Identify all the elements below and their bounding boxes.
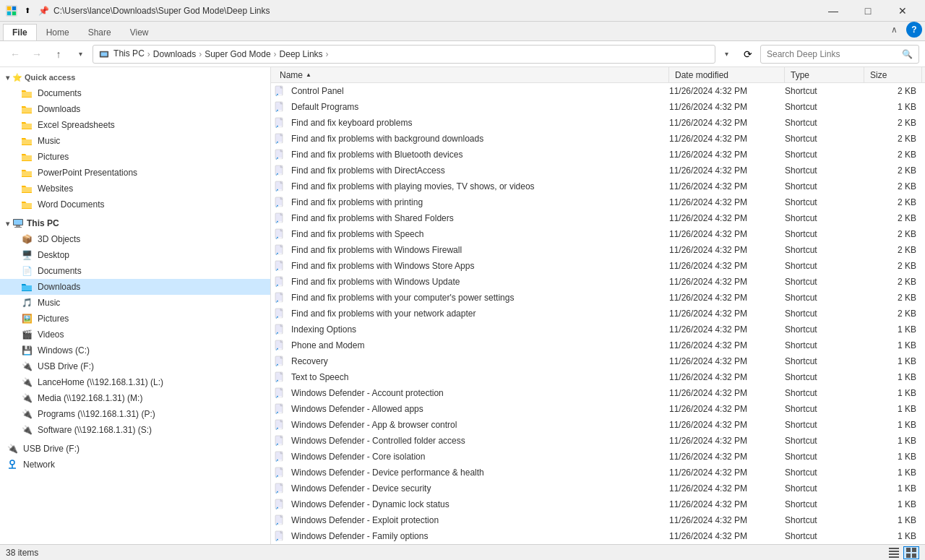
file-row[interactable]: ↗ Find and fix problems with Windows Fir… bbox=[271, 242, 925, 258]
minimize-button[interactable]: — bbox=[817, 0, 850, 22]
file-row[interactable]: ↗ Windows Defender - Family options 11/2… bbox=[271, 528, 925, 544]
sidebar-item-label: Software (\\192.168.1.31) (S:) bbox=[38, 425, 152, 435]
back-button[interactable]: ← bbox=[6, 45, 25, 64]
tab-home[interactable]: Home bbox=[37, 24, 79, 40]
view-buttons bbox=[886, 546, 919, 559]
search-input[interactable] bbox=[767, 49, 902, 59]
file-type: Shortcut bbox=[785, 229, 864, 239]
file-row[interactable]: ↗ Find and fix problems with Speech 11/2… bbox=[271, 226, 925, 242]
sidebar-item-media[interactable]: 🔌 Media (\\192.168.1.31) (M:) bbox=[0, 390, 270, 406]
folder-icon bbox=[20, 87, 33, 100]
up-button[interactable]: ↑ bbox=[49, 45, 68, 64]
sidebar-item-network[interactable]: Network bbox=[0, 457, 270, 473]
file-row[interactable]: ↗ Windows Defender - Dynamic lock status… bbox=[271, 496, 925, 512]
file-row[interactable]: ↗ Windows Defender - Core isolation 11/2… bbox=[271, 449, 925, 465]
sidebar-item-label: Media (\\192.168.1.31) (M:) bbox=[38, 393, 142, 403]
sidebar-item-powerpoint[interactable]: PowerPoint Presentations bbox=[0, 165, 270, 181]
sidebar-item-usb-drive-f2[interactable]: 🔌 USB Drive (F:) bbox=[0, 441, 270, 457]
file-row[interactable]: ↗ Find and fix problems with your comput… bbox=[271, 290, 925, 306]
close-button[interactable]: ✕ bbox=[886, 0, 919, 22]
sidebar-item-documents-thispc[interactable]: 📄 Documents bbox=[0, 263, 270, 279]
quick-access-header[interactable]: ▾ ⭐ Quick access bbox=[0, 70, 270, 85]
file-row[interactable]: ↗ Find and fix problems with Bluetooth d… bbox=[271, 147, 925, 163]
tab-share[interactable]: Share bbox=[79, 24, 121, 40]
sidebar-item-label: Documents bbox=[38, 88, 82, 98]
file-row[interactable]: ↗ Indexing Options 11/26/2024 4:32 PM Sh… bbox=[271, 322, 925, 337]
col-header-type[interactable]: Type bbox=[785, 67, 864, 82]
file-date: 11/26/2024 4:32 PM bbox=[669, 388, 785, 398]
sidebar-item-desktop[interactable]: 🖥️ Desktop bbox=[0, 247, 270, 263]
maximize-button[interactable]: □ bbox=[851, 0, 885, 22]
file-row[interactable]: ↗ Find and fix problems with printing 11… bbox=[271, 194, 925, 210]
file-icon: ↗ bbox=[274, 530, 287, 543]
svg-text:↗: ↗ bbox=[275, 331, 278, 335]
file-date: 11/26/2024 4:32 PM bbox=[669, 181, 785, 191]
file-row[interactable]: ↗ Windows Defender - Device performance … bbox=[271, 465, 925, 481]
file-row[interactable]: ↗ Default Programs 11/26/2024 4:32 PM Sh… bbox=[271, 99, 925, 115]
sidebar-item-downloads-thispc[interactable]: Downloads bbox=[0, 279, 270, 295]
file-row[interactable]: ↗ Phone and Modem 11/26/2024 4:32 PM Sho… bbox=[271, 337, 925, 353]
file-icon: ↗ bbox=[274, 85, 287, 98]
file-row[interactable]: ↗ Find and fix problems with background … bbox=[271, 131, 925, 147]
file-row[interactable]: ↗ Find and fix problems with DirectAcces… bbox=[271, 163, 925, 178]
svg-rect-1 bbox=[12, 6, 16, 9]
file-row[interactable]: ↗ Windows Defender - Exploit protection … bbox=[271, 512, 925, 528]
file-row[interactable]: ↗ Recovery 11/26/2024 4:32 PM Shortcut 1… bbox=[271, 353, 925, 369]
sidebar-item-programs[interactable]: 🔌 Programs (\\192.168.1.31) (P:) bbox=[0, 406, 270, 422]
help-button[interactable]: ? bbox=[906, 22, 922, 38]
sidebar-item-videos[interactable]: 🎬 Videos bbox=[0, 327, 270, 343]
file-row[interactable]: ↗ Find and fix problems with Windows Upd… bbox=[271, 274, 925, 290]
sidebar-item-lancehome[interactable]: 🔌 LanceHome (\\192.168.1.31) (L:) bbox=[0, 374, 270, 390]
file-date: 11/26/2024 4:32 PM bbox=[669, 261, 785, 271]
sidebar-item-3d-objects[interactable]: 📦 3D Objects bbox=[0, 231, 270, 247]
file-row[interactable]: ↗ Windows Defender - App & browser contr… bbox=[271, 417, 925, 433]
file-row[interactable]: ↗ Find and fix problems with Windows Sto… bbox=[271, 258, 925, 274]
list-view-button[interactable] bbox=[903, 546, 919, 559]
col-header-size[interactable]: Size bbox=[864, 67, 922, 82]
file-date: 11/26/2024 4:32 PM bbox=[669, 515, 785, 525]
breadcrumb-this-pc[interactable]: This PC bbox=[99, 48, 145, 59]
details-view-button[interactable] bbox=[886, 546, 902, 559]
file-row[interactable]: ↗ Find and fix problems with your networ… bbox=[271, 306, 925, 322]
file-row[interactable]: ↗ Find and fix keyboard problems 11/26/2… bbox=[271, 115, 925, 131]
file-row[interactable]: ↗ Windows Defender - Controlled folder a… bbox=[271, 433, 925, 449]
sidebar-item-websites[interactable]: Websites bbox=[0, 181, 270, 197]
file-date: 11/26/2024 4:32 PM bbox=[669, 86, 785, 96]
sidebar-item-music[interactable]: Music bbox=[0, 133, 270, 149]
file-row[interactable]: ↗ Find and fix problems with playing mov… bbox=[271, 178, 925, 194]
file-icon: ↗ bbox=[274, 164, 287, 177]
file-row[interactable]: ↗ Windows Defender - Account protection … bbox=[271, 385, 925, 401]
sidebar-item-downloads[interactable]: Downloads bbox=[0, 101, 270, 117]
sidebar-item-pictures-thispc[interactable]: 🖼️ Pictures bbox=[0, 311, 270, 327]
sidebar-item-documents[interactable]: Documents bbox=[0, 85, 270, 101]
sidebar-item-music-thispc[interactable]: 🎵 Music bbox=[0, 295, 270, 311]
file-row[interactable]: ↗ Windows Defender - Allowed apps 11/26/… bbox=[271, 401, 925, 417]
file-row[interactable]: ↗ Control Panel 11/26/2024 4:32 PM Short… bbox=[271, 83, 925, 99]
forward-button[interactable]: → bbox=[27, 45, 46, 64]
tab-view[interactable]: View bbox=[121, 24, 158, 40]
file-size: 1 KB bbox=[864, 515, 922, 525]
address-bar-dropdown[interactable]: ▾ bbox=[717, 45, 736, 64]
file-row[interactable]: ↗ Windows Defender - Device security 11/… bbox=[271, 481, 925, 496]
sidebar-item-pictures[interactable]: Pictures bbox=[0, 149, 270, 165]
sidebar-item-software[interactable]: 🔌 Software (\\192.168.1.31) (S:) bbox=[0, 422, 270, 438]
address-bar[interactable]: This PC › Downloads › Super God Mode › D… bbox=[92, 45, 715, 64]
sidebar-item-windows-c[interactable]: 💾 Windows (C:) bbox=[0, 343, 270, 358]
breadcrumb-deep-links[interactable]: Deep Links bbox=[280, 49, 323, 59]
file-name: Windows Defender - Exploit protection bbox=[291, 515, 669, 525]
file-row[interactable]: ↗ Find and fix problems with Shared Fold… bbox=[271, 210, 925, 226]
col-header-name[interactable]: Name ▲ bbox=[274, 67, 669, 82]
file-icon: ↗ bbox=[274, 307, 287, 320]
recent-locations-button[interactable]: ▾ bbox=[71, 45, 90, 64]
sidebar-item-usb-drive-f[interactable]: 🔌 USB Drive (F:) bbox=[0, 358, 270, 374]
refresh-button[interactable]: ⟳ bbox=[739, 45, 757, 64]
this-pc-header[interactable]: ▾ This PC bbox=[0, 215, 270, 231]
breadcrumb-downloads[interactable]: Downloads bbox=[153, 49, 196, 59]
sidebar-item-excel-spreadsheets[interactable]: Excel Spreadsheets bbox=[0, 117, 270, 133]
file-row[interactable]: ↗ Text to Speech 11/26/2024 4:32 PM Shor… bbox=[271, 369, 925, 385]
ribbon-collapse-button[interactable]: ∧ bbox=[885, 20, 903, 39]
tab-file[interactable]: File bbox=[3, 24, 37, 40]
sidebar-item-word-documents[interactable]: Word Documents bbox=[0, 197, 270, 212]
breadcrumb-super-god-mode[interactable]: Super God Mode bbox=[205, 49, 270, 59]
col-header-date[interactable]: Date modified bbox=[669, 67, 785, 82]
